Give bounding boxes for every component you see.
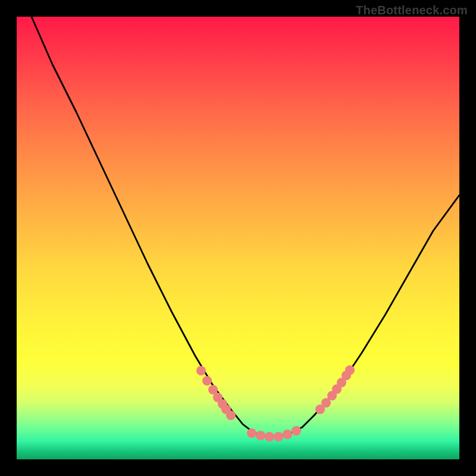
curve-marker: [274, 432, 283, 441]
curve-marker: [292, 426, 301, 436]
curve-marker: [345, 365, 355, 375]
curve-marker: [256, 431, 265, 440]
watermark-label: TheBottleneck.com: [356, 4, 468, 17]
curve-marker: [202, 376, 212, 386]
marker-group: [196, 365, 355, 441]
curve-marker: [226, 411, 236, 420]
bottleneck-curve: [32, 17, 459, 436]
curve-marker: [196, 366, 206, 375]
curve-marker: [265, 432, 274, 441]
curve-marker: [283, 430, 292, 439]
chart-svg: [17, 17, 459, 459]
curve-marker: [247, 428, 256, 438]
